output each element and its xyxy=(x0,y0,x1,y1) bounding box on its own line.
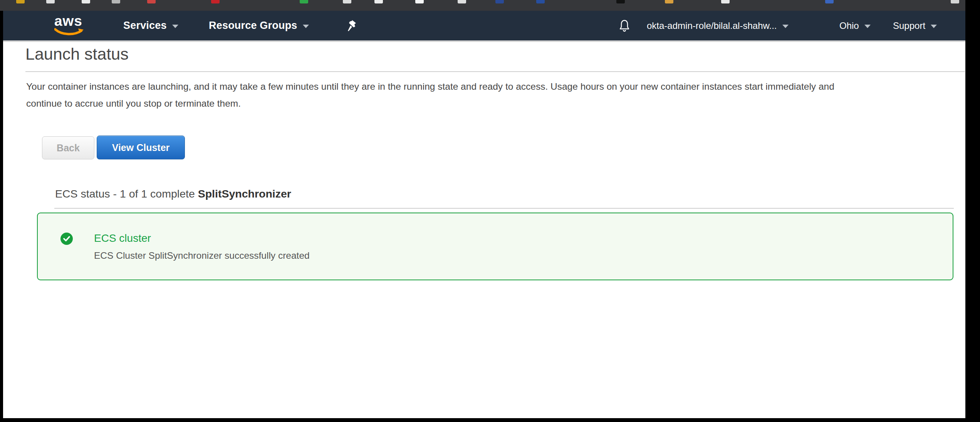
chevron-down-icon xyxy=(172,25,178,28)
title-divider xyxy=(25,71,965,72)
aws-logo[interactable]: aws xyxy=(54,15,85,37)
browser-extension-icon[interactable] xyxy=(374,0,383,3)
launch-status-page: Launch status Your container instances a… xyxy=(3,42,965,418)
nav-resource-groups-label: Resource Groups xyxy=(209,20,297,32)
browser-extension-icon[interactable] xyxy=(147,0,156,3)
browser-extension-icon[interactable] xyxy=(721,0,730,3)
ecs-status-header: ECS status - 1 of 1 complete SplitSynchr… xyxy=(55,188,291,200)
browser-toolbar-strip xyxy=(0,0,965,11)
nav-services-label: Services xyxy=(123,20,167,32)
back-button[interactable]: Back xyxy=(42,136,94,159)
browser-extension-icon[interactable] xyxy=(82,0,90,3)
browser-extension-icon[interactable] xyxy=(211,0,220,3)
browser-extension-icon[interactable] xyxy=(665,0,673,3)
ecs-cluster-success-panel: ECS cluster ECS Cluster SplitSynchronize… xyxy=(37,213,953,280)
browser-extension-icon[interactable] xyxy=(415,0,424,3)
chevron-down-icon xyxy=(782,25,789,28)
browser-extension-icon[interactable] xyxy=(343,0,351,3)
page-title: Launch status xyxy=(25,45,129,64)
aws-logo-text: aws xyxy=(54,15,85,28)
nav-services-menu[interactable]: Services xyxy=(123,11,178,40)
nav-account-menu[interactable]: okta-admin-role/bilal.al-shahw... xyxy=(647,11,789,40)
screenshot-bottom-edge xyxy=(0,418,980,422)
browser-extension-icon[interactable] xyxy=(458,0,466,3)
notifications-bell-icon[interactable] xyxy=(619,11,630,40)
aws-smile-swoosh xyxy=(54,28,84,36)
success-panel-description: ECS Cluster SplitSynchronizer successful… xyxy=(94,250,310,261)
pin-icon[interactable] xyxy=(346,11,357,40)
browser-extension-icon[interactable] xyxy=(300,0,308,3)
ecs-status-text: ECS status - 1 of 1 complete xyxy=(55,188,198,200)
view-cluster-button[interactable]: View Cluster xyxy=(97,136,185,159)
aws-navbar: aws Services Resource Groups okta-admin-… xyxy=(3,11,965,40)
nav-support-label: Support xyxy=(893,20,925,31)
chevron-down-icon xyxy=(303,25,309,28)
screenshot-left-edge xyxy=(0,4,3,422)
nav-account-label: okta-admin-role/bilal.al-shahw... xyxy=(647,20,777,31)
success-panel-title: ECS cluster xyxy=(94,232,151,244)
browser-extension-icon[interactable] xyxy=(16,0,25,3)
browser-extension-icon[interactable] xyxy=(46,0,55,3)
nav-region-menu[interactable]: Ohio xyxy=(839,11,871,40)
chevron-down-icon xyxy=(864,25,871,28)
chevron-down-icon xyxy=(931,25,937,28)
browser-extension-icon[interactable] xyxy=(495,0,504,3)
browser-extension-icon[interactable] xyxy=(112,0,120,3)
nav-support-menu[interactable]: Support xyxy=(893,11,937,40)
success-check-icon xyxy=(60,233,73,245)
screenshot-right-edge xyxy=(965,0,980,422)
ecs-status-divider xyxy=(54,208,954,209)
nav-resource-groups-menu[interactable]: Resource Groups xyxy=(209,11,309,40)
browser-extension-icon[interactable] xyxy=(536,0,545,3)
browser-extension-icon[interactable] xyxy=(951,0,959,3)
launch-description: Your container instances are launching, … xyxy=(26,78,963,112)
ecs-cluster-name: SplitSynchronizer xyxy=(198,188,291,200)
browser-extension-icon[interactable] xyxy=(825,0,834,3)
browser-extension-icon[interactable] xyxy=(616,0,625,3)
nav-region-label: Ohio xyxy=(839,20,859,31)
